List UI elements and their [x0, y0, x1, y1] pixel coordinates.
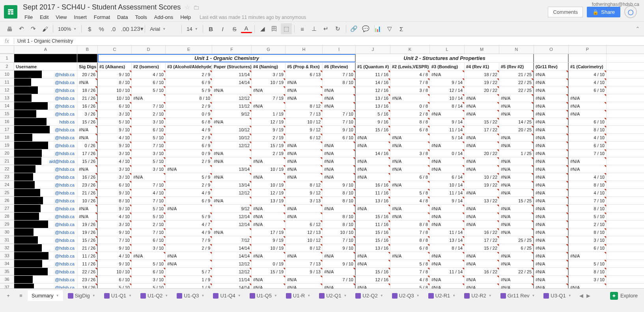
cell[interactable]: #N/A	[499, 228, 534, 236]
cell[interactable]: #N/A	[499, 142, 534, 149]
username-cell[interactable]: @hdsb.ca	[14, 252, 77, 260]
cell[interactable]: #N/A	[323, 94, 356, 102]
cell[interactable]: #N/A	[212, 197, 252, 204]
row-header[interactable]: 35	[0, 268, 14, 275]
cell[interactable]: #N/A	[323, 268, 356, 275]
column-header-B[interactable]: Sig Digs	[77, 63, 98, 70]
comments-button[interactable]: Comments	[548, 7, 583, 17]
cell[interactable]: #N/A	[390, 252, 430, 260]
cell[interactable]: 3 / 10	[132, 165, 166, 173]
cell[interactable]: #N/A	[390, 157, 430, 165]
cell[interactable]	[14, 54, 77, 62]
cell[interactable]: #N/A	[132, 252, 166, 260]
cell[interactable]: #N/A	[252, 205, 286, 212]
cell[interactable]: #N/A	[569, 165, 607, 173]
cell[interactable]: #N/A	[166, 252, 212, 260]
cell[interactable]: 9 / 10	[98, 244, 132, 252]
row-header[interactable]: 32	[0, 244, 14, 252]
sheet-tab-u1-q2[interactable]: U1-Q2▼	[136, 290, 172, 301]
cell[interactable]: #N/A	[465, 102, 499, 110]
cell[interactable]: #N/A	[212, 228, 252, 236]
cell[interactable]: #N/A	[390, 165, 430, 173]
cell[interactable]: #N/A	[323, 142, 356, 149]
cell[interactable]: 7 / 8	[390, 268, 430, 275]
cell[interactable]: 12/14	[212, 220, 252, 228]
cell[interactable]: 5 / 10	[132, 260, 166, 267]
row-header[interactable]: 11	[0, 78, 14, 86]
cell[interactable]: 9 / 10	[98, 71, 132, 78]
cell[interactable]: #N/A	[252, 213, 286, 220]
cell[interactable]: 8 / 10	[569, 181, 607, 189]
cell[interactable]: 2 / 9	[166, 181, 212, 189]
username-cell[interactable]: @hdsb.ca	[14, 213, 77, 220]
row-header[interactable]: 37	[0, 284, 14, 288]
cell[interactable]: 10 / 12	[286, 236, 323, 244]
unit2-header[interactable]: Unit 2 - Structures and Properties	[356, 54, 534, 62]
col-header-K[interactable]: K	[390, 46, 430, 54]
col-header-M[interactable]: M	[465, 46, 499, 54]
redo-icon[interactable]: ↷	[28, 23, 39, 34]
filter-icon[interactable]: ▽	[384, 23, 395, 34]
col-header-A[interactable]: A	[14, 46, 77, 54]
cell[interactable]: 3 / 10	[132, 149, 166, 157]
cell[interactable]: 8 / 8	[390, 236, 430, 244]
cell[interactable]: #N/A	[356, 205, 390, 212]
sheet-tab-u3-q1[interactable]: U3-Q1▼	[539, 290, 575, 301]
cell[interactable]: 20 / 26	[77, 71, 98, 78]
cell[interactable]: 10 / 22	[465, 173, 499, 181]
cell[interactable]: 11 / 16	[356, 71, 390, 78]
cell[interactable]: #N/A	[430, 276, 465, 283]
cell[interactable]: 6 / 10	[569, 142, 607, 149]
cell[interactable]: 3 / 10	[132, 118, 166, 125]
cell[interactable]: 19 / 26	[77, 228, 98, 236]
cell[interactable]: #N/A	[356, 165, 390, 173]
cell[interactable]: 9 / 12	[286, 126, 323, 133]
cell[interactable]: 2 / 8	[390, 110, 430, 118]
paint-format-icon[interactable]: 🖌	[39, 23, 50, 34]
row-header[interactable]: 25	[0, 189, 14, 196]
cell[interactable]: #N/A	[390, 134, 430, 141]
cell[interactable]: #N/A	[286, 86, 323, 94]
cell[interactable]: 9 / 14	[430, 118, 465, 125]
cell[interactable]: #N/A	[430, 110, 465, 118]
cell[interactable]: 6 / 9	[166, 197, 212, 204]
cell[interactable]: 8 / 8	[390, 220, 430, 228]
cell[interactable]: #N/A	[390, 181, 430, 189]
cell[interactable]: 10 / 19	[252, 78, 286, 86]
cell[interactable]: 8 / 14	[430, 244, 465, 252]
cell[interactable]: 8 / 10	[323, 213, 356, 220]
menu-add-ons[interactable]: Add-ons	[151, 13, 176, 21]
cell[interactable]: #N/A	[465, 260, 499, 267]
cell[interactable]: #N/A	[465, 220, 499, 228]
cell[interactable]: 7 / 10	[132, 102, 166, 110]
cell[interactable]: #N/A	[212, 118, 252, 125]
cell[interactable]: 3 / 10	[132, 244, 166, 252]
col-header-J[interactable]: J	[356, 46, 390, 54]
cell[interactable]: 10/12	[212, 134, 252, 141]
cell[interactable]: 13 / 16	[356, 94, 390, 102]
cell[interactable]: 3 / 8	[390, 86, 430, 94]
menu-format[interactable]: Format	[91, 13, 113, 21]
cell[interactable]: 3 / 8	[390, 149, 430, 157]
column-header-F[interactable]: Paper (Structures)	[212, 63, 252, 70]
row-header[interactable]: 20	[0, 149, 14, 157]
column-header-M[interactable]: #4 (Rev #1)	[465, 63, 499, 70]
cell[interactable]: 6 / 8	[390, 173, 430, 181]
v-align-icon[interactable]: ⊥	[309, 23, 320, 34]
cell[interactable]: 15 / 25	[499, 197, 534, 204]
cell[interactable]: 3 / 26	[77, 110, 98, 118]
cell[interactable]: 10 / 14	[430, 94, 465, 102]
cell[interactable]: 5 / 10	[569, 213, 607, 220]
cell[interactable]: #N/A	[430, 142, 465, 149]
cell[interactable]: #N/A	[132, 94, 166, 102]
cell[interactable]: 3 / 10	[569, 236, 607, 244]
cell[interactable]: 8 / 10	[569, 205, 607, 212]
cell[interactable]: #N/A	[390, 142, 430, 149]
cell[interactable]: 15 / 19	[252, 142, 286, 149]
cell[interactable]: 5 / 10	[132, 86, 166, 94]
cell[interactable]: 6 / 8	[166, 118, 212, 125]
cell[interactable]: 6 / 10	[569, 244, 607, 252]
cell[interactable]: #N/A	[286, 94, 323, 102]
cell[interactable]: #N/A	[356, 260, 390, 267]
col-header-P[interactable]: P	[569, 46, 607, 54]
